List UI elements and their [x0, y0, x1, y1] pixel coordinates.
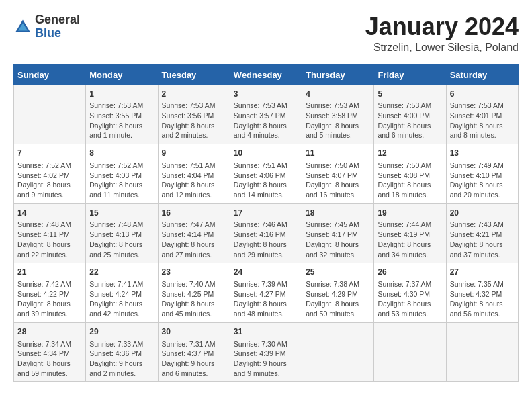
cell-content: Sunrise: 7:35 AM Sunset: 4:32 PM Dayligh… [450, 279, 515, 319]
day-header-friday: Friday [374, 64, 446, 85]
day-header-saturday: Saturday [446, 64, 518, 85]
days-header-row: SundayMondayTuesdayWednesdayThursdayFrid… [14, 64, 519, 85]
calendar-cell: 15Sunrise: 7:48 AM Sunset: 4:13 PM Dayli… [86, 203, 158, 263]
day-number: 6 [450, 89, 515, 100]
day-number: 27 [450, 267, 515, 278]
cell-content: Sunrise: 7:38 AM Sunset: 4:29 PM Dayligh… [306, 279, 370, 319]
calendar-cell: 8Sunrise: 7:52 AM Sunset: 4:03 PM Daylig… [86, 144, 158, 204]
calendar-cell: 17Sunrise: 7:46 AM Sunset: 4:16 PM Dayli… [230, 203, 302, 263]
day-number: 15 [89, 208, 154, 219]
calendar-cell: 19Sunrise: 7:44 AM Sunset: 4:19 PM Dayli… [374, 203, 446, 263]
day-number: 12 [378, 148, 442, 159]
day-number: 5 [378, 89, 442, 100]
logo-general: General [35, 13, 80, 26]
cell-content: Sunrise: 7:53 AM Sunset: 3:58 PM Dayligh… [306, 101, 370, 140]
day-number: 9 [162, 148, 226, 159]
calendar-subtitle: Strzelin, Lower Silesia, Poland [365, 42, 519, 54]
day-number: 29 [89, 326, 154, 338]
cell-content: Sunrise: 7:53 AM Sunset: 3:57 PM Dayligh… [234, 101, 298, 140]
calendar-cell: 25Sunrise: 7:38 AM Sunset: 4:29 PM Dayli… [302, 263, 374, 323]
calendar-cell: 21Sunrise: 7:42 AM Sunset: 4:22 PM Dayli… [14, 263, 86, 323]
calendar-cell: 12Sunrise: 7:50 AM Sunset: 4:08 PM Dayli… [374, 144, 446, 204]
day-number: 18 [306, 208, 370, 219]
cell-content: Sunrise: 7:52 AM Sunset: 4:02 PM Dayligh… [17, 161, 82, 200]
day-number: 17 [234, 208, 298, 219]
cell-content: Sunrise: 7:41 AM Sunset: 4:24 PM Dayligh… [89, 279, 154, 319]
cell-content: Sunrise: 7:48 AM Sunset: 4:11 PM Dayligh… [17, 220, 82, 259]
cell-content: Sunrise: 7:37 AM Sunset: 4:30 PM Dayligh… [378, 279, 442, 319]
calendar-cell: 6Sunrise: 7:53 AM Sunset: 4:01 PM Daylig… [446, 85, 518, 144]
day-number: 23 [162, 267, 226, 278]
cell-content: Sunrise: 7:34 AM Sunset: 4:34 PM Dayligh… [17, 339, 82, 379]
calendar-cell: 28Sunrise: 7:34 AM Sunset: 4:34 PM Dayli… [14, 322, 86, 382]
cell-content: Sunrise: 7:50 AM Sunset: 4:08 PM Dayligh… [378, 161, 442, 200]
cell-content: Sunrise: 7:44 AM Sunset: 4:19 PM Dayligh… [378, 220, 442, 259]
week-row-4: 21Sunrise: 7:42 AM Sunset: 4:22 PM Dayli… [14, 263, 519, 323]
calendar-cell: 5Sunrise: 7:53 AM Sunset: 4:00 PM Daylig… [374, 85, 446, 144]
cell-content: Sunrise: 7:43 AM Sunset: 4:21 PM Dayligh… [450, 220, 515, 259]
calendar-cell: 13Sunrise: 7:49 AM Sunset: 4:10 PM Dayli… [446, 144, 518, 204]
calendar-cell: 14Sunrise: 7:48 AM Sunset: 4:11 PM Dayli… [14, 203, 86, 263]
calendar-cell: 26Sunrise: 7:37 AM Sunset: 4:30 PM Dayli… [374, 263, 446, 323]
day-header-monday: Monday [86, 64, 158, 85]
day-number: 8 [89, 148, 154, 159]
cell-content: Sunrise: 7:50 AM Sunset: 4:07 PM Dayligh… [306, 161, 370, 200]
cell-content: Sunrise: 7:40 AM Sunset: 4:25 PM Dayligh… [162, 279, 226, 319]
day-header-sunday: Sunday [14, 64, 86, 85]
logo: General Blue [13, 13, 80, 40]
calendar-cell [302, 322, 374, 382]
cell-content: Sunrise: 7:53 AM Sunset: 3:56 PM Dayligh… [162, 101, 226, 140]
cell-content: Sunrise: 7:53 AM Sunset: 4:00 PM Dayligh… [378, 101, 442, 140]
header: General Blue January 2024 Strzelin, Lowe… [13, 13, 519, 54]
title-section: January 2024 Strzelin, Lower Silesia, Po… [365, 13, 519, 54]
day-number: 4 [306, 89, 370, 100]
cell-content: Sunrise: 7:51 AM Sunset: 4:04 PM Dayligh… [162, 161, 226, 200]
cell-content: Sunrise: 7:46 AM Sunset: 4:16 PM Dayligh… [234, 220, 298, 259]
week-row-1: 1Sunrise: 7:53 AM Sunset: 3:55 PM Daylig… [14, 85, 519, 144]
calendar-cell [374, 322, 446, 382]
cell-content: Sunrise: 7:45 AM Sunset: 4:17 PM Dayligh… [306, 220, 370, 259]
day-number: 20 [450, 208, 515, 219]
day-number: 19 [378, 208, 442, 219]
calendar-cell: 22Sunrise: 7:41 AM Sunset: 4:24 PM Dayli… [86, 263, 158, 323]
calendar-cell: 3Sunrise: 7:53 AM Sunset: 3:57 PM Daylig… [230, 85, 302, 144]
calendar-cell: 4Sunrise: 7:53 AM Sunset: 3:58 PM Daylig… [302, 85, 374, 144]
cell-content: Sunrise: 7:48 AM Sunset: 4:13 PM Dayligh… [89, 220, 154, 259]
logo-blue: Blue [35, 26, 61, 40]
day-number: 25 [306, 267, 370, 278]
week-row-3: 14Sunrise: 7:48 AM Sunset: 4:11 PM Dayli… [14, 203, 519, 263]
day-number: 22 [89, 267, 154, 278]
calendar-cell: 1Sunrise: 7:53 AM Sunset: 3:55 PM Daylig… [86, 85, 158, 144]
calendar-cell: 27Sunrise: 7:35 AM Sunset: 4:32 PM Dayli… [446, 263, 518, 323]
day-number: 11 [306, 148, 370, 159]
day-number: 21 [17, 267, 82, 278]
calendar-cell: 10Sunrise: 7:51 AM Sunset: 4:06 PM Dayli… [230, 144, 302, 204]
calendar-title: January 2024 [365, 13, 519, 40]
calendar-cell: 18Sunrise: 7:45 AM Sunset: 4:17 PM Dayli… [302, 203, 374, 263]
calendar-cell: 30Sunrise: 7:31 AM Sunset: 4:37 PM Dayli… [158, 322, 230, 382]
day-number: 2 [162, 89, 226, 100]
day-header-thursday: Thursday [302, 64, 374, 85]
calendar-cell [14, 85, 86, 144]
day-number: 3 [234, 89, 298, 100]
calendar-cell: 7Sunrise: 7:52 AM Sunset: 4:02 PM Daylig… [14, 144, 86, 204]
cell-content: Sunrise: 7:30 AM Sunset: 4:39 PM Dayligh… [234, 339, 298, 379]
calendar-cell: 16Sunrise: 7:47 AM Sunset: 4:14 PM Dayli… [158, 203, 230, 263]
day-number: 13 [450, 148, 515, 159]
cell-content: Sunrise: 7:51 AM Sunset: 4:06 PM Dayligh… [234, 161, 298, 200]
day-number: 16 [162, 208, 226, 219]
logo-icon [13, 17, 32, 36]
calendar-cell: 9Sunrise: 7:51 AM Sunset: 4:04 PM Daylig… [158, 144, 230, 204]
day-header-tuesday: Tuesday [158, 64, 230, 85]
day-number: 10 [234, 148, 298, 159]
week-row-5: 28Sunrise: 7:34 AM Sunset: 4:34 PM Dayli… [14, 322, 519, 382]
day-number: 28 [17, 326, 82, 338]
day-number: 31 [234, 326, 298, 338]
calendar-cell: 2Sunrise: 7:53 AM Sunset: 3:56 PM Daylig… [158, 85, 230, 144]
day-number: 7 [17, 148, 82, 159]
day-number: 26 [378, 267, 442, 278]
day-number: 1 [89, 89, 154, 100]
day-header-wednesday: Wednesday [230, 64, 302, 85]
calendar-cell [446, 322, 518, 382]
cell-content: Sunrise: 7:52 AM Sunset: 4:03 PM Dayligh… [89, 161, 154, 200]
